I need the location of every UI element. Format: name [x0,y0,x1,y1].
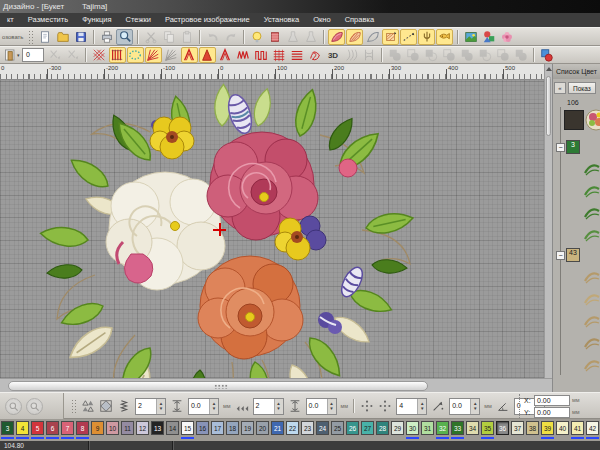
menu-item-функция[interactable]: Функция [75,13,118,27]
palette-color-9[interactable]: 9 [90,419,105,441]
outline-stitch-button[interactable] [364,29,381,45]
height-spinner[interactable]: 0.0▲▼ [306,398,337,415]
palette-color-30[interactable]: 30 [405,419,420,441]
palette-color-21[interactable]: 21 [270,419,285,441]
design-canvas[interactable] [0,80,544,378]
spinner-arrows-icon[interactable]: ▲▼ [274,399,283,414]
palette-color-10[interactable]: 10 [105,419,120,441]
menu-item-стежки[interactable]: Стежки [119,13,158,27]
pattern-triangles-button[interactable] [80,398,97,414]
color-chip[interactable]: 21 [271,421,284,435]
density-spinner[interactable]: 4▲▼ [396,398,427,415]
palette-color-18[interactable]: 18 [225,419,240,441]
color-chip[interactable]: 34 [466,421,479,435]
segment-thumbnail[interactable] [583,160,600,176]
scribble-fill-button[interactable] [307,47,324,63]
fill-stitch-button[interactable] [346,29,363,45]
manual-stitch-button[interactable] [400,29,417,45]
menu-item-fragment[interactable]: кт [0,13,21,27]
color-chip[interactable]: 36 [496,421,509,435]
palette-color-6[interactable]: 6 [45,419,60,441]
palette-color-17[interactable]: 17 [210,419,225,441]
color-chip[interactable]: 25 [331,421,344,435]
menu-item-установка[interactable]: Установка [257,13,306,27]
spinner-arrows-icon[interactable]: ▲▼ [470,399,479,414]
palette-color-7[interactable]: 7 [60,419,75,441]
dense-fill-button[interactable] [271,47,288,63]
cross-hatch-button[interactable] [91,47,108,63]
stitch-segment-row[interactable] [553,331,600,353]
palette-color-29[interactable]: 29 [390,419,405,441]
color-chip[interactable]: 18 [226,421,239,435]
stitch-segment-row[interactable] [553,287,600,309]
palette-color-41[interactable]: 41 [570,419,585,441]
palette-color-25[interactable]: 25 [330,419,345,441]
column-zigzag-button[interactable] [116,398,133,414]
cut-button[interactable] [142,29,159,45]
color-chip[interactable]: 27 [361,421,374,435]
palette-color-16[interactable]: 16 [195,419,210,441]
menu-item-растровое-изображение[interactable]: Растровое изображение [158,13,257,27]
program-fill-button[interactable] [382,29,399,45]
palette-color-40[interactable]: 40 [555,419,570,441]
stitch-segment-row[interactable] [553,157,600,179]
palette-color-15[interactable]: 15 [180,419,195,441]
color-chip[interactable]: 37 [511,421,524,435]
color-chip[interactable]: 17 [211,421,224,435]
trim-jump-button[interactable] [47,47,64,63]
parallel-lines-button[interactable] [289,47,306,63]
square-wave-stitch-button[interactable] [253,47,270,63]
menu-item-справка[interactable]: Справка [338,13,381,27]
spinner-value[interactable]: 2 [254,399,274,414]
vector-shapes-button[interactable] [480,29,497,45]
segment-thumbnail[interactable] [583,290,600,306]
palette-color-19[interactable]: 19 [240,419,255,441]
spinner-arrows-icon[interactable]: ▲▼ [156,399,165,414]
toolbar-drag-handle[interactable] [71,399,76,413]
length-spinner[interactable]: 0.0▲▼ [449,398,480,415]
palette-color-27[interactable]: 27 [360,419,375,441]
paste-button[interactable] [178,29,195,45]
spinner-arrows-icon[interactable]: ▲▼ [327,399,336,414]
palette-color-42[interactable]: 42 [585,419,600,441]
palette-color-39[interactable]: 39 [540,419,555,441]
segment-thumbnail[interactable] [583,312,600,328]
palette-color-13[interactable]: 13 [150,419,165,441]
color-chip[interactable]: 4 [16,421,29,435]
spinner-value[interactable]: 0.0 [450,399,470,414]
color-group-row[interactable]: −43 [553,245,600,265]
color-chip[interactable]: 7 [61,421,74,435]
color-chip[interactable]: 41 [571,421,584,435]
redo-button[interactable] [222,29,239,45]
color-chip[interactable]: 24 [316,421,329,435]
spinner-value[interactable]: 0.0 [189,399,209,414]
satin-stitch-button[interactable] [328,29,345,45]
palette-color-37[interactable]: 37 [510,419,525,441]
needle-tool-button[interactable] [418,29,435,45]
peak-stitch-2-button[interactable] [217,47,234,63]
segment-thumbnail[interactable] [583,334,600,350]
color-chip[interactable]: 23 [301,421,314,435]
spinner-value[interactable]: 4 [397,399,417,414]
angle-button[interactable] [494,398,511,414]
flower-tool-button[interactable] [498,29,515,45]
spinner-value[interactable]: 2 [136,399,156,414]
y-coordinate-field[interactable]: 0.00 [534,407,570,418]
x-coordinate-field[interactable]: 0.00 [534,395,570,406]
3d-mode-button[interactable]: 3D [325,47,342,63]
color-chip[interactable]: 11 [121,421,134,435]
vertical-scrollbar[interactable] [544,64,552,378]
feather-curves-button[interactable] [343,47,360,63]
motif-fish-button[interactable] [436,29,453,45]
color-chip[interactable]: 3 [1,421,14,435]
segment-thumbnail[interactable] [583,226,600,242]
dye-flask-2-button[interactable] [302,29,319,45]
color-chip[interactable]: 16 [196,421,209,435]
zoom-out-button[interactable] [26,398,43,415]
merge-shapes-button[interactable] [495,47,512,63]
satin-column-button[interactable] [109,47,126,63]
open-folder-button[interactable] [54,29,71,45]
color-chip[interactable]: 20 [256,421,269,435]
color-chip[interactable]: 35 [481,421,494,435]
color-chip[interactable]: 9 [91,421,104,435]
